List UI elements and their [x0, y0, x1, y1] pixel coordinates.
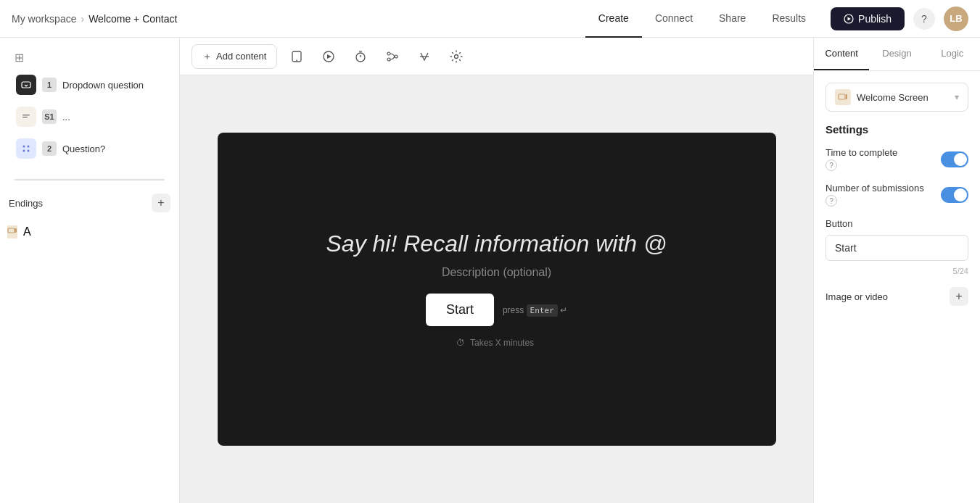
screen-selector[interactable]: Welcome Screen ▾ [825, 83, 968, 112]
sidebar-item-s1[interactable]: S1 ... [9, 101, 170, 133]
plus-icon: ＋ [202, 50, 212, 63]
logic-icon [386, 50, 399, 63]
svg-marker-14 [327, 54, 332, 59]
svg-point-18 [387, 52, 390, 55]
workspace-link[interactable]: My workspace [12, 13, 76, 25]
form-canvas: Say hi! Recall information with @ Descri… [218, 133, 776, 446]
settings-title: Settings [825, 123, 968, 136]
item-1-badge: 1 [42, 78, 57, 92]
svg-point-6 [23, 150, 25, 152]
sidebar-top: ⊞ 1 Dropdown question [0, 38, 179, 173]
num-submissions-toggle[interactable] [941, 187, 968, 203]
publish-label: Publish [858, 13, 892, 25]
gear-icon [450, 50, 463, 63]
sidebar-item-2[interactable]: 2 Question? [9, 133, 170, 165]
svg-marker-1 [848, 17, 852, 20]
play-preview-icon [322, 50, 335, 63]
breadcrumb-separator: › [81, 13, 84, 25]
endings-section: Endings + [0, 186, 179, 220]
screen-type-icon [835, 89, 851, 105]
item-1-type-icon [16, 75, 36, 95]
svg-point-7 [28, 146, 30, 148]
sidebar-icon-row: ⊞ [9, 46, 170, 69]
variables-button[interactable] [412, 44, 437, 69]
panel-tab-logic[interactable]: Logic [925, 38, 980, 70]
num-submissions-label: Number of submissions [825, 183, 924, 194]
timer-button[interactable] [348, 44, 373, 69]
svg-rect-4 [22, 117, 28, 118]
multi-icon [21, 144, 31, 154]
form-title: Say hi! Recall information with @ [326, 230, 667, 257]
panel-tabs: Content Design Logic [814, 38, 980, 71]
svg-rect-24 [846, 94, 847, 99]
breadcrumb: My workspace › Welcome + Contact [12, 13, 585, 25]
item-2-label: Question? [62, 144, 105, 154]
endings-label: Endings [9, 198, 43, 209]
takes-time-text: Takes X minutes [470, 338, 534, 348]
ending-type-icon [7, 225, 17, 238]
add-content-label: Add content [216, 51, 266, 62]
nav-tabs: Create Connect Share Results [585, 0, 819, 38]
screen-selector-label: Welcome Screen [857, 92, 928, 103]
num-submissions-info: Number of submissions ? [825, 183, 924, 207]
svg-point-22 [455, 54, 458, 58]
settings-button[interactable] [444, 44, 469, 69]
time-to-complete-toggle[interactable] [941, 151, 968, 167]
sidebar: ⊞ 1 Dropdown question [0, 38, 180, 503]
clock-icon: ⏱ [456, 338, 465, 348]
panel-tab-content[interactable]: Content [814, 38, 869, 70]
right-panel: Content Design Logic Welcome Screen ▾ Se… [813, 38, 980, 503]
device-preview-button[interactable] [284, 44, 309, 69]
variables-icon [418, 50, 431, 63]
svg-point-5 [23, 146, 25, 148]
tab-share[interactable]: Share [706, 0, 759, 38]
svg-rect-23 [839, 94, 845, 99]
button-section-label: Button [825, 218, 968, 229]
item-1-label: Dropdown question [62, 80, 144, 91]
time-to-complete-row: Time to complete ? [825, 147, 968, 171]
main-layout: ⊞ 1 Dropdown question [0, 38, 980, 503]
tab-connect[interactable]: Connect [642, 0, 706, 38]
time-to-complete-label: Time to complete [825, 147, 897, 158]
statement-icon [21, 112, 31, 122]
num-submissions-help-icon[interactable]: ? [825, 195, 837, 207]
add-media-button[interactable]: + [950, 287, 968, 306]
item-s1-badge: S1 [42, 109, 57, 124]
svg-point-19 [387, 58, 390, 61]
breadcrumb-current: Welcome + Contact [88, 13, 177, 25]
logic-button[interactable] [380, 44, 405, 69]
start-btn-row: Start press Enter ↵ [426, 294, 567, 326]
canvas-toolbar: ＋ Add content [180, 38, 813, 75]
help-button[interactable]: ? [913, 8, 935, 30]
svg-point-20 [395, 55, 398, 58]
button-char-count: 5/24 [825, 267, 968, 275]
grid-icon: ⊞ [15, 51, 24, 65]
takes-time: ⏱ Takes X minutes [456, 338, 537, 348]
panel-tab-design[interactable]: Design [869, 38, 924, 70]
sidebar-divider [15, 179, 165, 180]
topbar: My workspace › Welcome + Contact Create … [0, 0, 980, 38]
sidebar-ending-item-a[interactable]: A [0, 220, 179, 244]
svg-rect-3 [22, 115, 30, 116]
help-icon: ? [921, 13, 927, 25]
add-ending-button[interactable]: + [152, 194, 170, 212]
time-to-complete-help-icon[interactable]: ? [825, 159, 837, 171]
add-content-button[interactable]: ＋ Add content [192, 44, 277, 69]
canvas-wrapper: Say hi! Recall information with @ Descri… [180, 75, 813, 503]
svg-rect-9 [8, 228, 15, 233]
button-text-input[interactable] [825, 235, 968, 261]
ending-badge: A [23, 225, 31, 238]
form-description: Description (optional) [442, 266, 551, 279]
tab-create[interactable]: Create [585, 0, 642, 38]
num-submissions-row: Number of submissions ? [825, 183, 968, 207]
avatar-button[interactable]: LB [944, 7, 968, 31]
play-preview-button[interactable] [316, 44, 341, 69]
publish-button[interactable]: Publish [831, 7, 905, 30]
settings-section: Settings [825, 123, 968, 136]
sidebar-item-1[interactable]: 1 Dropdown question [9, 69, 170, 101]
start-button[interactable]: Start [426, 294, 494, 326]
button-section: Button 5/24 [825, 218, 968, 275]
canvas-area: ＋ Add content [180, 38, 813, 503]
tab-results[interactable]: Results [759, 0, 819, 38]
item-s1-type-icon [16, 107, 36, 127]
